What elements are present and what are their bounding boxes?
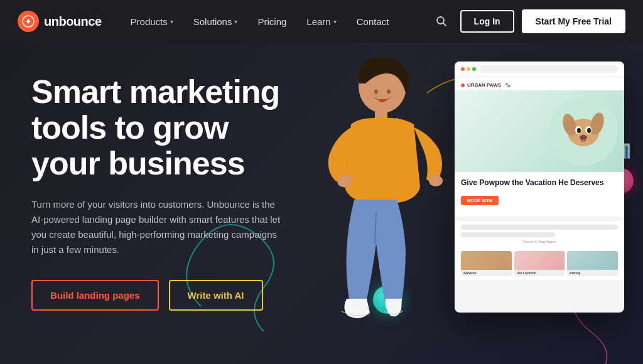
card-img-location bbox=[514, 251, 565, 270]
write-ai-button[interactable]: Write with AI bbox=[169, 280, 263, 311]
mockup-header bbox=[455, 62, 624, 77]
svg-point-11 bbox=[389, 94, 397, 98]
nav-solutions[interactable]: Solutions ▾ bbox=[185, 11, 247, 32]
navbar: unbounce Products ▾ Solutions ▾ Pricing … bbox=[0, 0, 643, 43]
svg-point-18 bbox=[587, 128, 591, 133]
woman-illustration bbox=[291, 49, 455, 356]
trial-button[interactable]: Start My Free Trial bbox=[522, 9, 625, 33]
build-pages-button[interactable]: Build landing pages bbox=[31, 280, 159, 311]
nav-learn[interactable]: Learn ▾ bbox=[298, 11, 345, 32]
hero-section: Smart marketing tools to grow your busin… bbox=[0, 43, 643, 364]
nav-contact[interactable]: Contact bbox=[348, 11, 398, 32]
brand-dot bbox=[461, 83, 465, 87]
mockup-hero-image bbox=[455, 90, 624, 172]
mockup-grid: Services Our Location Pricing bbox=[455, 247, 624, 280]
mockup-brand: URBAN PAWS 🐾 bbox=[455, 77, 624, 90]
login-button[interactable]: Log In bbox=[460, 10, 514, 33]
hero-right: ✏️ 📊 bbox=[266, 43, 643, 364]
nav-links: Products ▾ Solutions ▾ Pricing Learn ▾ C… bbox=[122, 11, 430, 32]
mockup-divider bbox=[461, 220, 618, 221]
logo-icon bbox=[18, 11, 39, 32]
mockup-text-area: Give Powpow the Vacation He Deserves BOO… bbox=[455, 172, 624, 217]
card-img-pricing bbox=[567, 251, 618, 270]
chevron-down-icon: ▾ bbox=[333, 18, 337, 25]
nav-pricing[interactable]: Pricing bbox=[249, 11, 295, 32]
svg-point-9 bbox=[387, 90, 391, 94]
chevron-down-icon: ▾ bbox=[170, 18, 173, 25]
dot-yellow bbox=[467, 67, 470, 71]
hero-buttons: Build landing pages Write with AI bbox=[31, 280, 301, 311]
logo-name: unbounce bbox=[44, 14, 102, 29]
mockup-input-2 bbox=[461, 232, 555, 237]
svg-point-19 bbox=[580, 135, 587, 140]
card-label-location: Our Location bbox=[514, 270, 565, 276]
search-icon[interactable] bbox=[430, 10, 453, 33]
svg-point-17 bbox=[577, 128, 581, 133]
mockup-cta-button: BOOK NOW bbox=[461, 196, 499, 205]
dog-illustration bbox=[549, 97, 618, 166]
card-label-services: Services bbox=[461, 270, 512, 276]
card-label-pricing: Pricing bbox=[567, 270, 618, 276]
paw-icon: 🐾 bbox=[505, 83, 511, 88]
url-bar bbox=[480, 65, 618, 73]
mockup-hero-overlay bbox=[461, 90, 543, 172]
mockup-small-label: Owner & Dog Name bbox=[461, 240, 618, 244]
svg-point-10 bbox=[368, 94, 376, 98]
hero-subtext: Turn more of your visitors into customer… bbox=[31, 197, 283, 257]
nav-right: Log In Start My Free Trial bbox=[430, 9, 625, 33]
svg-line-2 bbox=[443, 23, 446, 26]
svg-point-8 bbox=[374, 90, 378, 94]
hero-left: Smart marketing tools to grow your busin… bbox=[0, 43, 301, 364]
mockup-divider-area: Owner & Dog Name bbox=[455, 220, 624, 247]
chevron-down-icon: ▾ bbox=[234, 18, 237, 25]
card-img-services bbox=[461, 251, 512, 270]
dot-red bbox=[461, 67, 465, 71]
dot-green bbox=[472, 67, 476, 71]
mockup-form-area: Owner & Dog Name bbox=[461, 225, 618, 247]
nav-products[interactable]: Products ▾ bbox=[122, 11, 182, 32]
browser-dots bbox=[461, 67, 476, 71]
mockup-card-location: Our Location bbox=[514, 251, 565, 276]
mockup-card-pricing: Pricing bbox=[567, 251, 618, 276]
landing-page-mockup: URBAN PAWS 🐾 bbox=[455, 62, 624, 313]
mockup-card-services: Services bbox=[461, 251, 512, 276]
logo[interactable]: unbounce bbox=[18, 11, 102, 32]
hero-heading: Smart marketing tools to grow your busin… bbox=[31, 74, 301, 182]
mockup-heading: Give Powpow the Vacation He Deserves bbox=[461, 178, 618, 188]
svg-point-6 bbox=[429, 175, 443, 186]
mockup-input-1 bbox=[461, 225, 618, 230]
